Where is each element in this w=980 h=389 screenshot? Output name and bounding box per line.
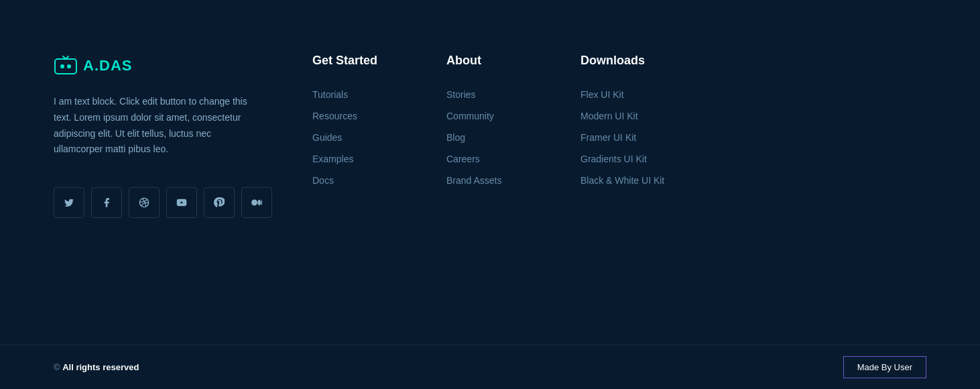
nav-link-framer-ui-kit[interactable]: Framer UI Kit <box>580 127 674 148</box>
footer-main: A.DAS I am text block. Click edit button… <box>0 0 980 345</box>
nav-column-about: AboutStoriesCommunityBlogCareersBrand As… <box>446 54 540 191</box>
nav-column-title-0: Get Started <box>312 54 406 68</box>
nav-link-gradients-ui-kit[interactable]: Gradients UI Kit <box>580 148 674 170</box>
social-facebook-button[interactable] <box>91 187 122 218</box>
brand-description: I am text block. Click edit button to ch… <box>54 94 248 158</box>
copyright-text: All rights reserved <box>62 362 139 372</box>
nav-column-downloads: DownloadsFlex UI KitModern UI KitFramer … <box>580 54 674 191</box>
social-medium-button[interactable] <box>241 187 272 218</box>
nav-column-get-started: Get StartedTutorialsResourcesGuidesExamp… <box>312 54 406 191</box>
logo-icon <box>54 54 78 78</box>
made-by-box: Made By User <box>843 356 926 378</box>
nav-link-careers[interactable]: Careers <box>446 148 540 170</box>
nav-link-modern-ui-kit[interactable]: Modern UI Kit <box>580 105 674 127</box>
svg-point-1 <box>60 64 64 68</box>
svg-point-2 <box>67 64 71 68</box>
social-twitter-button[interactable] <box>54 187 84 218</box>
nav-link-flex-ui-kit[interactable]: Flex UI Kit <box>580 84 674 105</box>
nav-link-tutorials[interactable]: Tutorials <box>312 84 406 105</box>
nav-link-brand-assets[interactable]: Brand Assets <box>446 170 540 191</box>
nav-link-docs[interactable]: Docs <box>312 170 406 191</box>
nav-link-guides[interactable]: Guides <box>312 127 406 148</box>
social-icons <box>54 187 272 218</box>
social-dribbble-button[interactable] <box>129 187 160 218</box>
nav-link-black-&-white-ui-kit[interactable]: Black & White UI Kit <box>580 170 674 191</box>
nav-column-title-2: Downloads <box>580 54 674 68</box>
nav-column-title-1: About <box>446 54 540 68</box>
svg-rect-0 <box>55 59 76 74</box>
logo-text: A.DAS <box>83 57 132 74</box>
footer-copyright: © All rights reserved <box>54 362 139 372</box>
nav-link-stories[interactable]: Stories <box>446 84 540 105</box>
footer-bottom: © All rights reserved Made By User <box>0 345 980 389</box>
nav-link-resources[interactable]: Resources <box>312 105 406 127</box>
nav-link-examples[interactable]: Examples <box>312 148 406 170</box>
footer-brand: A.DAS I am text block. Click edit button… <box>54 54 272 218</box>
social-youtube-button[interactable] <box>166 187 197 218</box>
footer-nav: Get StartedTutorialsResourcesGuidesExamp… <box>312 54 926 191</box>
social-pinterest-button[interactable] <box>204 187 235 218</box>
nav-link-community[interactable]: Community <box>446 105 540 127</box>
nav-link-blog[interactable]: Blog <box>446 127 540 148</box>
made-by-text: Made By User <box>857 362 912 372</box>
logo-container: A.DAS <box>54 54 272 78</box>
